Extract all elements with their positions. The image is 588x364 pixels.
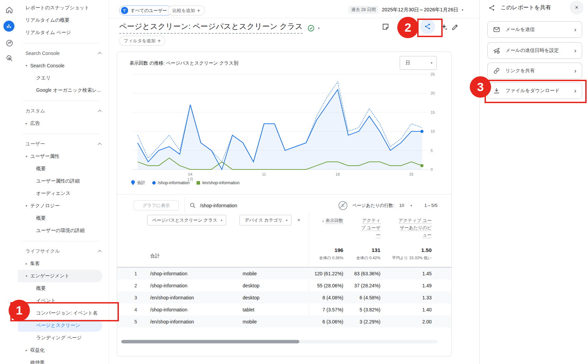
share-panel-title: このレポートを共有 [501, 4, 551, 11]
column-header-active-users[interactable]: アクティ ブ ユーザ ー [361, 217, 380, 239]
column-header-views-per-user[interactable]: アクティブ ユー ザーあたりのビ ュー [399, 217, 432, 239]
cell-page-path: /shop-information [150, 279, 187, 291]
cell-page-path: /en/shop-information [150, 316, 194, 328]
totals-views: 196 全体の 0.36% [319, 247, 343, 261]
cell-page-path: /shop-information [150, 267, 187, 279]
caret-down-icon: ▾ [221, 219, 222, 222]
dimension-select-secondary[interactable]: デバイス カテゴリ ▾ [240, 215, 291, 225]
legend-item-en-shop-information[interactable]: /en/shop-information [197, 180, 240, 185]
sidebar-item-engagement[interactable]: ▾エンゲージメント [18, 270, 102, 282]
annotation-rect-2 [417, 19, 443, 37]
expand-arrow-icon: ▾ [23, 274, 30, 278]
collapse-icon [98, 52, 101, 56]
home-icon[interactable] [5, 5, 14, 14]
table-row[interactable]: 2 /shop-information desktop 55 (28.06%) … [117, 279, 451, 291]
table-search[interactable]: /shop-information [189, 200, 237, 210]
add-filter-button[interactable]: フィルタを追加 + [119, 36, 165, 46]
legend-item-shop-information[interactable]: /shop-information [152, 180, 190, 185]
cell-views: 55 (28.06%) [317, 279, 343, 291]
sidebar-item-monetization[interactable]: ▸収益化 [18, 344, 109, 356]
expand-arrow-icon: ▾ [23, 155, 30, 158]
sidebar-item-google-organic[interactable]: Google オーガニック検索レ... [18, 84, 109, 97]
cell-device: desktop [243, 279, 259, 291]
explore-icon[interactable] [5, 38, 14, 47]
plus-icon: + [197, 8, 200, 14]
table-row[interactable]: 1 /shop-information mobile 120 (61.22%) … [117, 267, 451, 279]
advertising-icon[interactable] [5, 54, 14, 63]
totals-views-per-user: 1.50 平均より 15.32% 低い [392, 247, 432, 261]
sidebar-item-user-attr-details[interactable]: ユーザー属性の詳細 [18, 175, 109, 187]
chart-legend: 合計 /shop-information /en/shop-informatio… [131, 180, 240, 186]
scrollbar-thumb[interactable] [121, 340, 299, 343]
svg-text:0: 0 [431, 167, 433, 172]
schedule-email-button[interactable]: メールの送信日時を設定 › [487, 42, 582, 59]
annotation-step-2: 2 [397, 17, 419, 38]
sidebar-section-user[interactable]: ユーザー [18, 138, 109, 150]
table-row[interactable]: 5 /en/shop-information mobile 6 (3.06%) … [117, 316, 451, 328]
svg-text:5: 5 [431, 148, 433, 153]
caret-down-icon: ▾ [410, 204, 412, 207]
cell-views-per-user: 2.00 [422, 316, 432, 328]
cell-views: 6 (3.06%) [322, 316, 343, 328]
table-row[interactable]: 4 /shop-information tablet 7 (3.57%) 5 (… [117, 304, 451, 316]
sidebar-item-user-attr-overview[interactable]: 概要 [18, 163, 109, 175]
caret-down-icon[interactable]: ▾ [318, 26, 320, 30]
chevron-right-icon: › [574, 67, 576, 75]
chevron-right-icon: › [574, 47, 576, 54]
share-report-panel: このレポートを共有 × メールを送信 › メールの送信日時を設定 › リンクを共… [479, 0, 588, 364]
add-comparison-button[interactable]: 比較を追加 + [168, 5, 205, 15]
report-card: 表示回数 の推移: ページパスとスクリーン クラス別 日 ▾ 051015202… [117, 52, 452, 356]
sidebar-item-retention[interactable]: 維持率 [18, 356, 109, 364]
send-email-button[interactable]: メールを送信 › [487, 21, 582, 38]
close-icon[interactable]: × [570, 1, 584, 14]
cell-views-per-user: 1.40 [422, 304, 432, 316]
cell-users: 3 (2.29%) [359, 316, 380, 328]
remove-dimension-icon[interactable]: × [297, 217, 300, 223]
sidebar-item-acquisition[interactable]: ▸集客 [18, 257, 109, 270]
page-title[interactable]: ページとスクリーン: ページパスとスクリーン クラス [119, 21, 303, 34]
card-divider [117, 194, 451, 195]
check-badge-icon [308, 25, 314, 32]
sidebar-item-realtime-pages[interactable]: リアルタイム ページ [18, 26, 109, 39]
sidebar-item-user-attributes[interactable]: ▾ユーザー属性 [18, 150, 109, 163]
edit-pencil-icon[interactable] [451, 23, 459, 31]
sidebar-divider [23, 134, 100, 134]
sidebar-item-reports-snapshot[interactable]: レポートのスナップショット [18, 2, 109, 14]
rows-per-page-select[interactable]: 10 ▾ [399, 203, 412, 208]
sidebar-item-queries[interactable]: クエリ [18, 72, 109, 84]
sidebar-item-realtime-overview[interactable]: リアルタイムの概要 [18, 14, 109, 26]
column-header-views[interactable]: ↓ 表示回数 [322, 217, 343, 224]
legend-item-total[interactable]: 合計 [131, 180, 145, 186]
table-row[interactable]: 3 /en/shop-information desktop 8 (4.08%)… [117, 291, 451, 304]
sidebar-item-audiences[interactable]: オーディエンス [18, 187, 109, 200]
sidebar-item-search-console[interactable]: ▾Search Console [18, 59, 109, 72]
expand-arrow-icon: ▸ [23, 349, 30, 352]
share-link-button[interactable]: リンクを共有 › [487, 63, 582, 79]
sidebar-divider [23, 241, 100, 241]
show-in-chart-button[interactable]: グラフに表示 [134, 200, 179, 210]
date-range-selector[interactable]: 過去 28 日間 2025年12月30日～2026年1月26日 ▾ [348, 6, 463, 14]
sidebar-section-custom[interactable]: カスタム [18, 105, 109, 117]
search-icon [189, 202, 196, 209]
sidebar-item-ads[interactable]: ▸広告 [18, 117, 109, 130]
reports-icon[interactable] [3, 21, 14, 32]
toolbar-divider [185, 198, 185, 213]
audience-chip-all-users[interactable]: す すべてのユーザー [119, 5, 172, 15]
cell-device: mobile [243, 267, 257, 279]
sidebar-item-tech-overview[interactable]: 概要 [18, 212, 109, 224]
schedule-send-icon [493, 47, 500, 54]
sidebar-item-landing-pages[interactable]: ランディング ページ [18, 332, 109, 344]
expand-arrow-icon: ▾ [23, 204, 30, 208]
sidebar-item-tech-details[interactable]: ユーザーの環境の詳細 [18, 224, 109, 237]
share-panel-header: このレポートを共有 [488, 4, 551, 11]
caret-down-icon: ▾ [462, 8, 463, 12]
dimension-select-primary[interactable]: ページパスとスクリーン クラス ▾ [147, 215, 226, 225]
notes-icon[interactable] [381, 23, 390, 31]
sidebar-divider [23, 43, 100, 43]
sidebar-item-engagement-overview[interactable]: 概要 [18, 282, 109, 295]
sidebar-item-technology[interactable]: ▾テクノロジー [18, 200, 109, 212]
sidebar-section-search-console[interactable]: Search Console [18, 47, 109, 59]
annotation-step-3: 3 [470, 76, 491, 98]
sidebar-section-lifecycle[interactable]: ライフサイクル [18, 245, 109, 257]
expand-arrow-icon: ▸ [23, 262, 30, 265]
